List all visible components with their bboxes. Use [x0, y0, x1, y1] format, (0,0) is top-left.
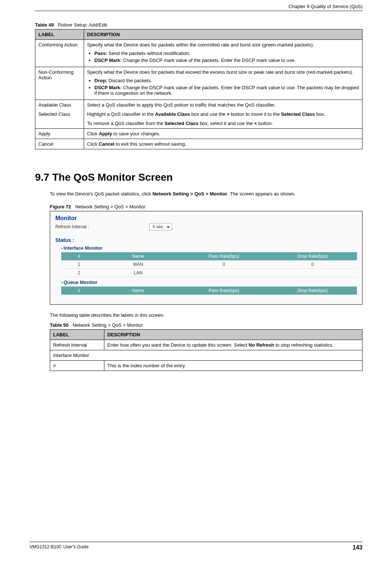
cell-label: Conforming Action	[35, 40, 84, 67]
col-num: #	[61, 252, 97, 260]
section-intro: To view the Device's QoS packet statisti…	[50, 191, 362, 197]
figure72-title: Network Setting > QoS > Monitor	[75, 204, 146, 209]
bold-text: Selected Class	[281, 111, 315, 117]
table49-row-conforming: Conforming Action Specify what the Devic…	[35, 40, 362, 67]
label-selected-class: Selected Class	[38, 111, 81, 117]
bullet-bold: Drop:	[94, 78, 107, 83]
bullet-item: Pass: Send the packets without modificat…	[94, 51, 359, 56]
queue-monitor-table: # Name Pass Rate(bps) Drop Rate(bps)	[61, 287, 357, 295]
cell-num: 1	[61, 260, 97, 269]
para: Select a QoS classifier to apply this Qo…	[87, 102, 359, 108]
cell-name: LAN	[97, 269, 180, 277]
figure72-label: Figure 72	[50, 204, 71, 209]
col-drop: Drop Rate(bps)	[268, 252, 357, 260]
bold-text: Apply	[99, 131, 112, 136]
table50-header-row: LABEL DESCRIPTION	[50, 330, 362, 340]
col-pass: Pass Rate(bps)	[180, 287, 268, 295]
bullet-bold: DSCP Mark:	[94, 85, 122, 90]
bold-text: Selected Class	[164, 121, 198, 126]
refresh-interval-label: Refresh Interval :	[55, 224, 89, 229]
cell-label: Apply	[35, 129, 84, 139]
bullet-item: Drop: Discard the packets.	[94, 78, 359, 83]
table50: LABEL DESCRIPTION Refresh Interval Enter…	[50, 329, 362, 371]
text: box, select it and use the	[198, 121, 254, 126]
table-row: 2 LAN	[61, 269, 357, 277]
text: . The screen appears as shown.	[227, 191, 295, 197]
table49-row-nonconforming: Non-Conforming Action Specify what the D…	[35, 67, 362, 100]
cell-label: Available Class Selected Class	[35, 100, 84, 129]
bullet-item: DSCP Mark: Change the DSCP mark value of…	[94, 85, 359, 96]
text: Click	[87, 131, 99, 136]
table49-header-row: LABEL DESCRIPTION	[35, 30, 362, 40]
label-available-class: Available Class	[38, 102, 81, 108]
cell-drop: 0	[268, 260, 357, 269]
text: to stop refreshing statistics.	[274, 342, 333, 348]
col-num: #	[61, 287, 97, 295]
running-header: Chapter 9 Quality of Service (QoS)	[35, 4, 362, 11]
cell-drop	[268, 269, 357, 277]
text: box.	[315, 111, 325, 117]
text: box and use the	[190, 111, 227, 117]
bold-text: No Refresh	[249, 342, 274, 348]
cell-label: Cancel	[35, 139, 84, 149]
cell-desc: Click Apply to save your changes.	[84, 129, 362, 139]
table50-col-label: LABEL	[50, 330, 104, 340]
table-row: 1 WAN 0 0	[61, 260, 357, 269]
table50-caption: Table 50 Network Setting > QoS > Monitor	[50, 322, 362, 328]
refresh-row: Refresh Interval : 5 sec	[55, 223, 357, 230]
bullet-text: Change the DSCP mark value of the packet…	[94, 85, 359, 96]
table50-row-hash: # This is the index number of the entry.	[50, 361, 362, 371]
cell-desc: Specify what the Device does for packets…	[84, 40, 362, 67]
cell-name: WAN	[97, 260, 180, 269]
text: to exit this screen without saving.	[114, 141, 186, 147]
cell-desc: Click Cancel to exit this screen without…	[84, 139, 362, 149]
table-header-row: # Name Pass Rate(bps) Drop Rate(bps)	[61, 287, 357, 295]
interface-monitor-table: # Name Pass Rate(bps) Drop Rate(bps) 1 W…	[61, 252, 357, 277]
table49-col-label: LABEL	[35, 30, 84, 40]
bullet-item: DSCP Mark: Change the DSCP mark value of…	[94, 58, 359, 63]
table50-title: Network Setting > QoS > Monitor	[73, 322, 143, 328]
page-footer: VMG1312-B10C User's Guide 143	[30, 542, 362, 551]
bullet-bold: Pass:	[94, 51, 107, 56]
footer-guide: VMG1312-B10C User's Guide	[30, 544, 89, 549]
cell-pass	[180, 269, 268, 277]
text: button to move it to the	[230, 111, 281, 117]
table50-label: Table 50	[50, 322, 69, 328]
cell-num: 2	[61, 269, 97, 277]
text: To remove a QoS classifier from the	[87, 121, 164, 126]
intro-text: Specify what the Device does for packets…	[87, 42, 314, 48]
cell-label: Refresh Interval	[50, 340, 104, 350]
interface-monitor-subhead: Interface Monitor	[61, 245, 357, 251]
post-figure-text: The following table describes the labels…	[50, 312, 362, 319]
col-drop: Drop Rate(bps)	[268, 287, 357, 295]
cell-label: Non-Conforming Action	[35, 67, 84, 100]
intro-text: Specify what the Device does for packets…	[87, 69, 353, 75]
bold-text: Cancel	[99, 141, 115, 147]
bold-text: >	[227, 111, 230, 117]
cell-label: #	[50, 361, 104, 371]
cell-desc: Specify what the Device does for packets…	[84, 67, 362, 100]
figure72-caption: Figure 72 Network Setting > QoS > Monito…	[50, 204, 362, 209]
text: To view the Device's QoS packet statisti…	[50, 191, 152, 197]
refresh-interval-select[interactable]: 5 sec	[149, 223, 173, 230]
footer-page-number: 143	[353, 544, 362, 551]
table49-caption: Table 49 Policer Setup: Add/Edit	[35, 22, 362, 28]
table50-col-desc: DESCRIPTION	[104, 330, 362, 340]
table49-title: Policer Setup: Add/Edit	[58, 22, 107, 28]
bullet-list: Pass: Send the packets without modificat…	[87, 51, 359, 63]
table-header-row: # Name Pass Rate(bps) Drop Rate(bps)	[61, 252, 357, 260]
bullet-list: Drop: Discard the packets. DSCP Mark: Ch…	[87, 78, 359, 96]
text: button.	[257, 121, 273, 126]
status-title: Status :	[55, 237, 357, 243]
bullet-bold: DSCP Mark:	[94, 58, 122, 63]
col-name: Name	[97, 287, 180, 295]
para: Highlight a QoS classifier in the Availa…	[87, 111, 359, 117]
text: to save your changes.	[112, 131, 160, 136]
queue-monitor-subhead: Queue Monitor	[61, 280, 357, 285]
cell-desc: Enter how often you want the Device to u…	[104, 340, 362, 350]
bullet-text: Change the DSCP mark value of the packet…	[122, 58, 295, 63]
table49-label: Table 49	[35, 22, 54, 28]
table49-row-classes: Available Class Selected Class Select a …	[35, 100, 362, 129]
table49-row-cancel: Cancel Click Cancel to exit this screen …	[35, 139, 362, 149]
figure72-frame: Monitor Refresh Interval : 5 sec Status …	[50, 211, 362, 305]
